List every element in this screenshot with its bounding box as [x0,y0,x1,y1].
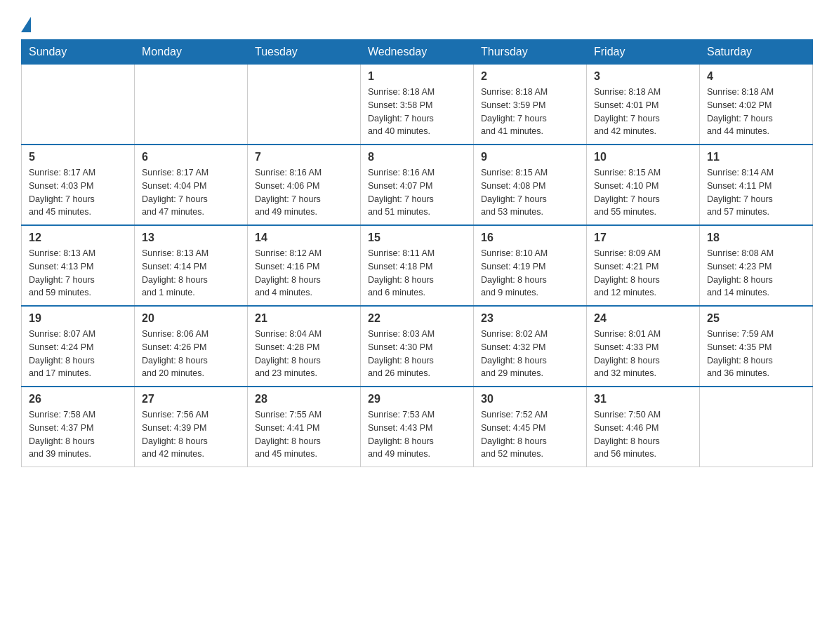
day-info: Sunrise: 8:18 AM Sunset: 4:02 PM Dayligh… [707,86,805,138]
calendar-day: 13Sunrise: 8:13 AM Sunset: 4:14 PM Dayli… [135,225,248,306]
calendar-day: 22Sunrise: 8:03 AM Sunset: 4:30 PM Dayli… [361,306,474,387]
calendar-day: 4Sunrise: 8:18 AM Sunset: 4:02 PM Daylig… [700,65,813,145]
day-info: Sunrise: 8:13 AM Sunset: 4:14 PM Dayligh… [142,247,240,300]
day-number: 16 [481,232,579,244]
day-number: 28 [255,393,353,405]
calendar-header-row: SundayMondayTuesdayWednesdayThursdayFrid… [22,40,813,65]
day-info: Sunrise: 8:18 AM Sunset: 4:01 PM Dayligh… [594,86,692,138]
calendar-day: 29Sunrise: 7:53 AM Sunset: 4:43 PM Dayli… [361,387,474,467]
calendar-day: 26Sunrise: 7:58 AM Sunset: 4:37 PM Dayli… [22,387,135,467]
day-info: Sunrise: 7:56 AM Sunset: 4:39 PM Dayligh… [142,408,240,461]
day-number: 13 [142,232,240,244]
calendar-table: SundayMondayTuesdayWednesdayThursdayFrid… [21,39,813,467]
calendar-day [22,65,135,145]
calendar-day: 17Sunrise: 8:09 AM Sunset: 4:21 PM Dayli… [587,225,700,306]
calendar-day: 19Sunrise: 8:07 AM Sunset: 4:24 PM Dayli… [22,306,135,387]
calendar-day: 1Sunrise: 8:18 AM Sunset: 3:58 PM Daylig… [361,65,474,145]
day-info: Sunrise: 8:08 AM Sunset: 4:23 PM Dayligh… [707,247,805,300]
day-number: 15 [368,232,466,244]
column-header-sunday: Sunday [22,40,135,65]
day-info: Sunrise: 8:16 AM Sunset: 4:06 PM Dayligh… [255,166,353,219]
day-number: 11 [707,151,805,163]
column-header-monday: Monday [135,40,248,65]
day-number: 21 [255,312,353,325]
day-number: 12 [29,232,127,244]
day-number: 19 [29,312,127,325]
day-number: 18 [707,232,805,244]
day-info: Sunrise: 8:18 AM Sunset: 3:58 PM Dayligh… [368,86,466,138]
calendar-day: 15Sunrise: 8:11 AM Sunset: 4:18 PM Dayli… [361,225,474,306]
day-info: Sunrise: 8:11 AM Sunset: 4:18 PM Dayligh… [368,247,466,300]
day-number: 25 [707,312,805,325]
page-header [21,14,813,32]
calendar-week-row: 26Sunrise: 7:58 AM Sunset: 4:37 PM Dayli… [22,387,813,467]
day-info: Sunrise: 8:12 AM Sunset: 4:16 PM Dayligh… [255,247,353,300]
calendar-day: 10Sunrise: 8:15 AM Sunset: 4:10 PM Dayli… [587,145,700,225]
day-info: Sunrise: 8:17 AM Sunset: 4:03 PM Dayligh… [29,166,127,219]
calendar-day: 25Sunrise: 7:59 AM Sunset: 4:35 PM Dayli… [700,306,813,387]
day-info: Sunrise: 8:16 AM Sunset: 4:07 PM Dayligh… [368,166,466,219]
logo-triangle-icon [21,17,31,32]
calendar-day [248,65,361,145]
day-number: 20 [142,312,240,325]
calendar-day: 18Sunrise: 8:08 AM Sunset: 4:23 PM Dayli… [700,225,813,306]
day-number: 31 [594,393,692,405]
calendar-day [135,65,248,145]
day-number: 27 [142,393,240,405]
day-number: 6 [142,151,240,163]
day-number: 7 [255,151,353,163]
day-number: 26 [29,393,127,405]
day-info: Sunrise: 7:53 AM Sunset: 4:43 PM Dayligh… [368,408,466,461]
day-info: Sunrise: 8:09 AM Sunset: 4:21 PM Dayligh… [594,247,692,300]
calendar-day: 3Sunrise: 8:18 AM Sunset: 4:01 PM Daylig… [587,65,700,145]
day-info: Sunrise: 8:10 AM Sunset: 4:19 PM Dayligh… [481,247,579,300]
day-info: Sunrise: 8:07 AM Sunset: 4:24 PM Dayligh… [29,328,127,380]
day-number: 29 [368,393,466,405]
calendar-day: 28Sunrise: 7:55 AM Sunset: 4:41 PM Dayli… [248,387,361,467]
calendar-day: 14Sunrise: 8:12 AM Sunset: 4:16 PM Dayli… [248,225,361,306]
calendar-day: 24Sunrise: 8:01 AM Sunset: 4:33 PM Dayli… [587,306,700,387]
calendar-day: 30Sunrise: 7:52 AM Sunset: 4:45 PM Dayli… [474,387,587,467]
column-header-wednesday: Wednesday [361,40,474,65]
day-number: 14 [255,232,353,244]
calendar-day: 21Sunrise: 8:04 AM Sunset: 4:28 PM Dayli… [248,306,361,387]
day-number: 10 [594,151,692,163]
day-number: 8 [368,151,466,163]
column-header-friday: Friday [587,40,700,65]
day-number: 9 [481,151,579,163]
calendar-day: 11Sunrise: 8:14 AM Sunset: 4:11 PM Dayli… [700,145,813,225]
day-info: Sunrise: 7:52 AM Sunset: 4:45 PM Dayligh… [481,408,579,461]
day-number: 22 [368,312,466,325]
day-number: 30 [481,393,579,405]
logo [21,14,31,32]
calendar-week-row: 19Sunrise: 8:07 AM Sunset: 4:24 PM Dayli… [22,306,813,387]
day-info: Sunrise: 8:01 AM Sunset: 4:33 PM Dayligh… [594,328,692,380]
day-number: 1 [368,70,466,83]
calendar-day: 20Sunrise: 8:06 AM Sunset: 4:26 PM Dayli… [135,306,248,387]
calendar-day: 5Sunrise: 8:17 AM Sunset: 4:03 PM Daylig… [22,145,135,225]
day-info: Sunrise: 8:18 AM Sunset: 3:59 PM Dayligh… [481,86,579,138]
day-number: 4 [707,70,805,83]
day-info: Sunrise: 8:02 AM Sunset: 4:32 PM Dayligh… [481,328,579,380]
day-info: Sunrise: 8:06 AM Sunset: 4:26 PM Dayligh… [142,328,240,380]
day-info: Sunrise: 8:17 AM Sunset: 4:04 PM Dayligh… [142,166,240,219]
calendar-day [700,387,813,467]
calendar-day: 8Sunrise: 8:16 AM Sunset: 4:07 PM Daylig… [361,145,474,225]
day-info: Sunrise: 7:58 AM Sunset: 4:37 PM Dayligh… [29,408,127,461]
day-number: 2 [481,70,579,83]
calendar-day: 7Sunrise: 8:16 AM Sunset: 4:06 PM Daylig… [248,145,361,225]
day-info: Sunrise: 8:15 AM Sunset: 4:08 PM Dayligh… [481,166,579,219]
day-info: Sunrise: 7:50 AM Sunset: 4:46 PM Dayligh… [594,408,692,461]
column-header-saturday: Saturday [700,40,813,65]
day-info: Sunrise: 8:14 AM Sunset: 4:11 PM Dayligh… [707,166,805,219]
calendar-week-row: 5Sunrise: 8:17 AM Sunset: 4:03 PM Daylig… [22,145,813,225]
day-info: Sunrise: 8:15 AM Sunset: 4:10 PM Dayligh… [594,166,692,219]
calendar-day: 2Sunrise: 8:18 AM Sunset: 3:59 PM Daylig… [474,65,587,145]
day-info: Sunrise: 7:59 AM Sunset: 4:35 PM Dayligh… [707,328,805,380]
day-number: 17 [594,232,692,244]
calendar-day: 6Sunrise: 8:17 AM Sunset: 4:04 PM Daylig… [135,145,248,225]
day-number: 3 [594,70,692,83]
calendar-week-row: 12Sunrise: 8:13 AM Sunset: 4:13 PM Dayli… [22,225,813,306]
calendar-day: 16Sunrise: 8:10 AM Sunset: 4:19 PM Dayli… [474,225,587,306]
day-number: 24 [594,312,692,325]
